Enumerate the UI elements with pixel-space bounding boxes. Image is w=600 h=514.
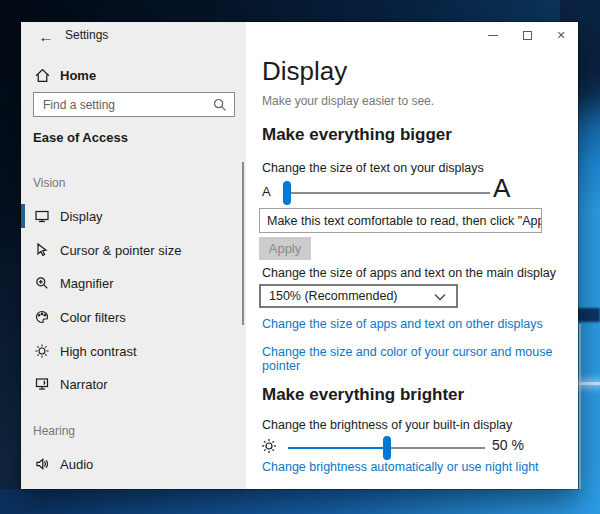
sidebar-item-cursor-pointer-size[interactable]: Cursor & pointer size	[21, 235, 246, 265]
back-button[interactable]: ←	[33, 24, 59, 48]
group-label-vision: Vision	[33, 176, 65, 190]
selected-accent-bar	[21, 204, 25, 228]
minimize-button[interactable]	[476, 22, 510, 48]
brightness-slider-handle[interactable]	[383, 436, 391, 460]
brightness-label: Change the brightness of your built-in d…	[262, 418, 512, 432]
sidebar-item-label: Color filters	[60, 310, 126, 325]
wallpaper-bottom-strip	[0, 489, 600, 514]
sample-text-preview: Make this text comfortable to read, then…	[259, 208, 542, 233]
minimize-icon	[488, 35, 498, 36]
sidebar-item-high-contrast[interactable]: High contrast	[21, 336, 246, 366]
high-contrast-icon	[34, 343, 50, 359]
close-icon: ✕	[556, 30, 565, 41]
sidebar-item-label: Display	[60, 209, 103, 224]
text-size-slider-handle[interactable]	[283, 181, 291, 205]
sidebar-item-label: High contrast	[60, 344, 137, 359]
brightness-slider-row: 50 %	[246, 435, 578, 461]
brightness-slider-track[interactable]	[288, 447, 485, 449]
narrator-icon	[34, 376, 50, 392]
link-cursor-pointer[interactable]: Change the size and color of your cursor…	[262, 345, 578, 373]
magnifier-icon	[34, 275, 50, 291]
home-icon	[34, 67, 51, 84]
sidebar-item-magnifier[interactable]: Magnifier	[21, 268, 246, 298]
display-icon	[34, 208, 50, 224]
close-button[interactable]: ✕	[544, 22, 578, 48]
text-size-label: Change the size of text on your displays	[262, 161, 484, 175]
sidebar-item-label: Magnifier	[60, 276, 113, 291]
color-filters-icon	[34, 309, 50, 325]
sidebar-item-display[interactable]: Display	[21, 201, 246, 231]
maximize-icon	[523, 31, 532, 40]
brightness-value: 50 %	[492, 437, 524, 453]
scaling-label: Change the size of apps and text on the …	[262, 266, 556, 280]
sidebar-item-label: Narrator	[60, 377, 108, 392]
sidebar-item-home[interactable]: Home	[21, 63, 246, 89]
text-size-slider-track[interactable]	[283, 192, 490, 194]
chevron-down-icon	[434, 293, 446, 301]
slider-max-label: A	[493, 173, 510, 204]
sidebar-item-narrator[interactable]: Narrator	[21, 369, 246, 399]
breadcrumb-ease-of-access: Ease of Access	[33, 130, 128, 145]
page-title: Display	[262, 56, 347, 87]
window-controls: ✕	[476, 22, 578, 48]
maximize-button[interactable]	[510, 22, 544, 48]
sidebar-item-label: Home	[60, 68, 96, 83]
sidebar-item-label: Audio	[60, 457, 93, 472]
audio-icon	[34, 456, 50, 472]
group-label-hearing: Hearing	[33, 424, 75, 438]
cursor-icon	[34, 242, 50, 258]
link-night-light[interactable]: Change brightness automatically or use n…	[262, 460, 539, 474]
window-title: Settings	[65, 28, 108, 42]
slider-min-label: A	[262, 184, 271, 199]
search-icon[interactable]	[212, 97, 228, 113]
back-icon: ←	[39, 28, 54, 45]
heading-make-everything-brighter: Make everything brighter	[262, 385, 464, 405]
heading-make-everything-bigger: Make everything bigger	[262, 125, 452, 145]
text-size-slider-row: A A	[246, 178, 578, 206]
search-box	[33, 92, 235, 117]
settings-window: ← Settings Home Ease of Access Vision	[21, 22, 578, 489]
main-content: ✕ Display Make your display easier to se…	[246, 22, 578, 489]
sidebar: ← Settings Home Ease of Access Vision	[21, 22, 246, 489]
sidebar-scrollbar-thumb[interactable]	[242, 162, 244, 325]
sidebar-item-audio[interactable]: Audio	[21, 449, 246, 479]
search-input[interactable]	[34, 93, 212, 116]
scaling-dropdown-value: 150% (Recommended)	[269, 289, 398, 303]
link-other-displays[interactable]: Change the size of apps and text on othe…	[262, 317, 543, 331]
sidebar-item-label: Cursor & pointer size	[60, 243, 181, 258]
scaling-dropdown[interactable]: 150% (Recommended)	[259, 284, 458, 308]
brightness-slider-fill	[288, 447, 387, 449]
apply-button[interactable]: Apply	[259, 237, 311, 260]
sidebar-item-color-filters[interactable]: Color filters	[21, 302, 246, 332]
page-subtitle: Make your display easier to see.	[262, 94, 434, 108]
brightness-sun-icon	[260, 437, 278, 455]
windows-logo-edge-line	[579, 324, 581, 489]
